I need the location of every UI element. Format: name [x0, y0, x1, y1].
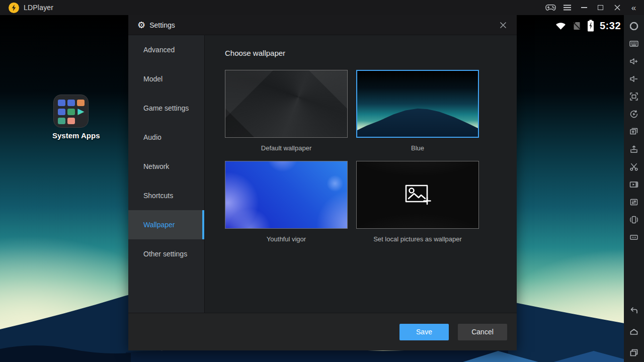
cancel-button[interactable]: Cancel: [458, 324, 507, 340]
menu-icon[interactable]: [559, 0, 576, 15]
title-bar: LDPlayer «: [0, 0, 644, 15]
wallpaper-panel: Choose wallpaper Default wallpaper Blue …: [205, 35, 517, 313]
shake-icon[interactable]: [629, 215, 639, 225]
wifi-icon: [555, 21, 567, 31]
minimize-icon[interactable]: [576, 0, 592, 15]
status-bar: 5:32: [555, 19, 621, 33]
mini-app-icon: [67, 109, 75, 115]
wallpaper-thumb-blue-selected[interactable]: [356, 70, 479, 138]
system-apps-folder[interactable]: System Apps: [52, 95, 90, 140]
settings-dialog-title: Settings: [149, 21, 175, 29]
volume-down-icon[interactable]: [629, 74, 639, 84]
choose-wallpaper-heading: Choose wallpaper: [225, 49, 517, 58]
nav-item-network[interactable]: Network: [128, 152, 204, 181]
wallpaper-label: Youthful vigor: [225, 235, 348, 243]
wallpaper-label: Blue: [356, 144, 479, 152]
volume-up-icon[interactable]: [629, 56, 639, 66]
toolbar-sidebar: [624, 15, 644, 362]
wallpaper-label: Set local pictures as wallpaper: [356, 235, 479, 243]
more-icon[interactable]: [629, 232, 639, 242]
mini-play-store-icon: [77, 109, 85, 115]
mini-app-icon: [67, 100, 75, 106]
mini-app-icon: [58, 118, 65, 124]
mini-app-icon: [58, 100, 65, 106]
save-button[interactable]: Save: [399, 324, 449, 340]
settings-dialog-header: ⚙ Settings: [128, 15, 517, 35]
collapse-icon[interactable]: «: [625, 0, 642, 15]
settings-gear-icon: ⚙: [137, 21, 145, 30]
ldplayer-window: LDPlayer «: [0, 0, 644, 362]
dialog-footer: Save Cancel: [128, 313, 517, 350]
home-icon[interactable]: [629, 327, 639, 337]
wallpaper-option-youthful-vigor[interactable]: Youthful vigor: [225, 161, 348, 243]
sync-restart-icon[interactable]: [629, 109, 639, 119]
nav-item-shortcuts[interactable]: Shortcuts: [128, 181, 204, 210]
mini-app-icon: [67, 118, 75, 124]
maximize-icon[interactable]: [592, 0, 609, 15]
screenshot-scissors-icon[interactable]: [629, 162, 639, 172]
wallpaper-option-local-picture[interactable]: Set local pictures as wallpaper: [356, 161, 479, 243]
settings-gear-icon[interactable]: [629, 21, 639, 31]
battery-charging-icon: [587, 20, 594, 32]
nav-item-audio[interactable]: Audio: [128, 123, 204, 152]
recents-icon[interactable]: [629, 348, 639, 358]
nav-item-advanced[interactable]: Advanced: [128, 35, 204, 64]
wallpaper-thumb-default[interactable]: [225, 70, 348, 138]
folder-label: System Apps: [52, 131, 90, 140]
wallpaper-thumb-youthful-vigor[interactable]: [225, 161, 348, 229]
keyboard-mapping-icon[interactable]: [629, 39, 639, 49]
nav-item-game-settings[interactable]: Game settings: [128, 94, 204, 123]
synchronizer-icon[interactable]: [629, 197, 639, 207]
nav-item-other-settings[interactable]: Other settings: [128, 239, 204, 268]
add-picture-icon: [404, 184, 431, 207]
wallpaper-thumb-add-local[interactable]: [356, 161, 479, 229]
back-icon[interactable]: [629, 306, 639, 316]
clock: 5:32: [600, 20, 621, 32]
wallpaper-option-default[interactable]: Default wallpaper: [225, 70, 348, 152]
settings-dialog: ⚙ Settings Advanced Model Game settings …: [128, 15, 517, 350]
close-icon[interactable]: [609, 0, 625, 15]
ldplayer-logo-icon: [9, 3, 19, 13]
gamepad-icon[interactable]: [542, 0, 559, 15]
multi-window-icon[interactable]: [629, 127, 639, 137]
dialog-close-icon[interactable]: [498, 20, 509, 31]
nav-item-wallpaper[interactable]: Wallpaper: [128, 210, 204, 239]
screen-record-icon[interactable]: [629, 179, 639, 190]
no-sim-icon: [572, 21, 582, 31]
mini-app-icon: [58, 109, 65, 115]
mini-app-icon: [77, 100, 85, 106]
wallpaper-option-blue[interactable]: Blue: [356, 70, 479, 152]
window-title: LDPlayer: [24, 4, 53, 12]
system-apps-folder-icon: [53, 95, 89, 128]
wallpaper-label: Default wallpaper: [225, 144, 348, 152]
nav-item-model[interactable]: Model: [128, 64, 204, 94]
apk-install-icon[interactable]: [629, 144, 639, 154]
settings-nav: Advanced Model Game settings Audio Netwo…: [128, 35, 205, 313]
fullscreen-icon[interactable]: [629, 92, 639, 102]
